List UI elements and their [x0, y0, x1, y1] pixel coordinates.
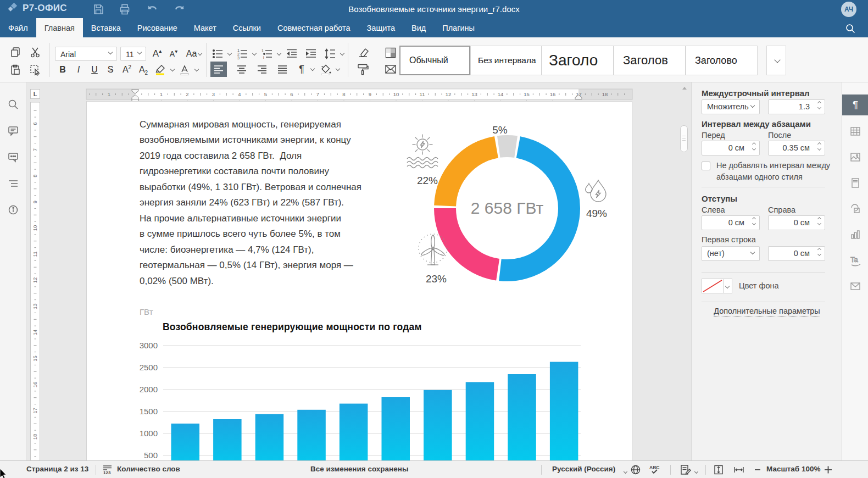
fit-page-icon[interactable] — [713, 464, 724, 477]
zoom-label[interactable]: Масштаб 100% — [766, 465, 820, 473]
tab-Вид[interactable]: Вид — [403, 18, 434, 37]
tab-Рисование[interactable]: Рисование — [129, 18, 186, 37]
font-size-select[interactable]: 11 — [120, 47, 146, 61]
track-changes-icon[interactable] — [680, 464, 691, 477]
table-settings-icon[interactable] — [850, 126, 861, 137]
spell-check-icon[interactable]: ABC — [649, 464, 661, 477]
same-style-checkbox[interactable] — [702, 162, 710, 170]
superscript-button[interactable]: A2 — [119, 63, 135, 77]
background-color-arrow[interactable] — [723, 279, 732, 293]
style-normal[interactable]: Обычный — [399, 46, 470, 75]
increase-font-button[interactable]: A▴ — [149, 47, 165, 61]
style-heading1[interactable]: Заголо — [542, 46, 614, 75]
style-heading3[interactable]: Заголово — [686, 46, 758, 75]
style-heading2[interactable]: Заголов — [614, 46, 686, 75]
word-count-icon[interactable]: 123 — [102, 464, 113, 476]
shading-arrow[interactable] — [333, 62, 341, 77]
first-line-type-select[interactable]: (нет) — [702, 246, 760, 261]
bold-button[interactable]: B — [55, 63, 70, 77]
bullets-arrow[interactable] — [225, 47, 232, 61]
zoom-in-button[interactable] — [824, 464, 833, 477]
tab-Защита[interactable]: Защита — [359, 18, 403, 37]
highlight-color-arrow[interactable] — [168, 63, 175, 77]
fit-width-icon[interactable] — [733, 464, 745, 477]
highlight-color-button[interactable] — [153, 63, 168, 77]
spacing-before-input[interactable]: 0 см — [702, 141, 760, 155]
style-no-spacing[interactable]: Без интервала — [470, 46, 542, 75]
tab-Макет[interactable]: Макет — [186, 18, 225, 37]
copy-style-button[interactable] — [354, 62, 371, 76]
search-icon[interactable] — [845, 23, 856, 34]
cut-button[interactable] — [29, 46, 42, 59]
tab-Вставка[interactable]: Вставка — [83, 18, 129, 37]
comments-icon[interactable] — [8, 125, 19, 136]
styles-gallery-arrow[interactable] — [766, 46, 786, 75]
multilevel-arrow[interactable] — [274, 47, 282, 61]
word-count-label[interactable]: Количество слов — [117, 465, 180, 473]
tab-Плагины[interactable]: Плагины — [434, 18, 483, 37]
mail-merge-button[interactable] — [383, 62, 398, 76]
clear-style-button[interactable] — [354, 46, 371, 60]
tab-Файл[interactable]: Файл — [0, 18, 36, 37]
find-icon[interactable] — [8, 99, 19, 110]
line-spacing-value-input[interactable]: 1.3 — [768, 99, 825, 114]
justify-button[interactable] — [274, 62, 291, 77]
decrease-indent-button[interactable] — [285, 47, 299, 61]
bullets-button[interactable] — [210, 47, 225, 61]
shape-settings-icon[interactable] — [850, 203, 861, 214]
donut-chart[interactable]: 2 658 ГВт5%22%49%23% — [350, 113, 633, 305]
subscript-button[interactable]: A2 — [136, 63, 151, 77]
paste-button[interactable] — [9, 63, 22, 76]
underline-button[interactable]: U — [87, 63, 102, 77]
first-line-value-input[interactable]: 0 см — [768, 246, 825, 261]
horizontal-ruler[interactable]: 1123456789101112131415161718 — [26, 82, 691, 103]
chat-icon[interactable] — [8, 152, 19, 163]
page-indicator[interactable]: Страница 2 из 13 — [26, 465, 88, 473]
color-scheme-button[interactable] — [383, 46, 398, 60]
line-spacing-button[interactable] — [323, 47, 337, 61]
numbering-button[interactable]: 123 — [235, 47, 249, 61]
header-footer-settings-icon[interactable] — [850, 177, 861, 188]
vertical-ruler[interactable]: 6789101112131415161718 — [30, 102, 40, 460]
background-color-swatch[interactable] — [702, 279, 724, 293]
scrollbar-thumb[interactable] — [680, 125, 688, 152]
multilevel-list-button[interactable]: 1i — [260, 47, 274, 61]
select-all-button[interactable] — [29, 63, 42, 76]
language-selector[interactable]: Русский (Россия) — [552, 465, 615, 473]
chart-settings-icon[interactable] — [850, 229, 861, 240]
advanced-settings-link[interactable]: Дополнительные параметры — [692, 307, 842, 315]
italic-button[interactable]: I — [71, 63, 86, 77]
line-spacing-type-select[interactable]: Множитель — [702, 99, 760, 114]
language-arrow[interactable] — [622, 466, 627, 475]
font-color-arrow[interactable] — [192, 63, 199, 77]
tab-Совместная работа[interactable]: Совместная работа — [269, 18, 359, 37]
shading-button[interactable] — [319, 62, 333, 77]
line-spacing-arrow[interactable] — [337, 47, 345, 61]
copy-button[interactable] — [9, 46, 22, 59]
mail-merge-settings-icon[interactable] — [850, 281, 861, 292]
spacing-after-input[interactable]: 0.35 см — [768, 141, 825, 155]
image-settings-icon[interactable] — [850, 152, 861, 163]
paragraph-settings-icon[interactable]: ¶ — [842, 95, 868, 115]
font-name-select[interactable]: Arial — [55, 47, 117, 61]
scrollbar-up-button[interactable] — [680, 84, 689, 93]
paragraph-marks-arrow[interactable] — [308, 62, 315, 77]
align-right-button[interactable] — [254, 62, 270, 77]
track-changes-arrow[interactable] — [693, 466, 698, 475]
font-color-button[interactable] — [177, 63, 192, 77]
tab-selector[interactable]: L — [30, 89, 40, 99]
save-button[interactable] — [92, 3, 104, 15]
tab-Ссылки[interactable]: Ссылки — [225, 18, 269, 37]
align-left-button[interactable] — [210, 62, 227, 77]
about-icon[interactable] — [8, 204, 19, 215]
change-case-button[interactable]: Aa — [183, 47, 204, 61]
zoom-out-button[interactable] — [754, 464, 761, 477]
undo-button[interactable] — [146, 3, 158, 15]
align-center-button[interactable] — [233, 62, 250, 77]
document-page[interactable]: Суммарная мировая мощность, генерируемая… — [86, 101, 632, 460]
text-art-settings-icon[interactable]: Ta — [850, 255, 861, 266]
indent-right-input[interactable]: 0 см — [768, 215, 825, 230]
increase-indent-button[interactable] — [304, 47, 318, 61]
set-language-icon[interactable] — [630, 464, 641, 477]
strikethrough-button[interactable]: S — [103, 63, 118, 77]
